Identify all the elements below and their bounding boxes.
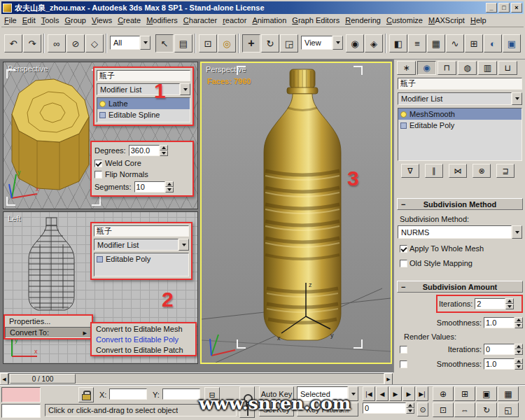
rollout-subdivision-amount[interactable]: − Subdivision Amount [397, 281, 523, 293]
spinner-down-icon[interactable] [514, 364, 523, 370]
time-right-arrow[interactable]: ▶ [384, 373, 393, 385]
maxscript-macro-recorder[interactable] [1, 387, 41, 402]
layer-manager-icon[interactable]: ▦ [427, 34, 445, 52]
dropdown-arrow-icon[interactable] [140, 36, 150, 50]
key-mode-toggle-icon[interactable]: ⊙ [417, 402, 428, 416]
degrees-spinner[interactable]: 360.0 [129, 145, 168, 156]
wireframe-bottle[interactable] [19, 216, 83, 320]
min-max-toggle-icon[interactable]: ◱ [498, 402, 519, 417]
viewport-center-active[interactable]: Perspective Faces: 7960 [200, 62, 392, 364]
remove-modifier-icon[interactable]: ⊗ [472, 164, 491, 178]
rect-selection-region-icon[interactable]: ⊡ [199, 34, 217, 52]
render-iterations-checkbox[interactable] [400, 346, 407, 354]
close-button[interactable]: × [511, 3, 522, 13]
modifier-bulb-icon[interactable] [99, 101, 106, 107]
time-slider-handle[interactable]: 0 / 100 [10, 374, 76, 384]
modifier-list-dropdown[interactable]: Modifier List [398, 92, 522, 105]
spinner-down-icon[interactable] [514, 349, 523, 355]
play-icon[interactable]: ▶ [389, 386, 402, 401]
time-slider-track[interactable]: 0 / 100 [8, 373, 384, 384]
object-name-field[interactable]: 瓶子 [398, 78, 522, 90]
key-filters-button[interactable]: Key Filters... [297, 402, 358, 416]
bind-spacewarp-icon[interactable]: ◇ [85, 34, 104, 52]
dropdown-arrow-icon[interactable] [348, 386, 358, 401]
next-key-icon[interactable]: ▶ [402, 386, 415, 401]
spinner-up-icon[interactable] [160, 145, 168, 150]
menu-modifiers[interactable]: Modifiers [144, 15, 181, 26]
zoom-all-icon[interactable]: ⊞ [454, 386, 475, 401]
menu-create[interactable]: Create [115, 15, 144, 26]
mirror-icon[interactable]: ◧ [389, 34, 407, 52]
spinner-down-icon[interactable] [505, 304, 514, 309]
zoom-region-icon[interactable]: ⊡ [433, 402, 454, 417]
arc-rotate-icon[interactable]: ↻ [476, 402, 497, 417]
window-crossing-icon[interactable]: ◎ [218, 34, 236, 52]
curve-editor-icon[interactable]: ∿ [446, 34, 464, 52]
render-scene-icon[interactable]: ▣ [503, 34, 521, 52]
select-and-rotate-icon[interactable]: ↻ [261, 34, 279, 52]
submenu-item-editable-mesh[interactable]: Convert to Editable Mesh [92, 323, 195, 334]
iterations-value[interactable]: 2 [475, 298, 505, 309]
object-name-field[interactable]: 瓶子 [97, 70, 190, 81]
smoothness-spinner[interactable]: 1.0 [484, 317, 523, 328]
context-item-convert-to[interactable]: Convert To: ▸ [5, 327, 92, 338]
render-iterations-value[interactable]: 0 [484, 344, 514, 355]
tab-utilities-icon[interactable]: ⊔ [498, 61, 517, 75]
tab-display-icon[interactable]: ▥ [478, 61, 497, 75]
tab-hierarchy-icon[interactable]: ⊓ [438, 61, 456, 75]
render-smoothness-checkbox[interactable] [400, 360, 407, 368]
flip-normals-checkbox[interactable] [94, 171, 102, 178]
submenu-item-editable-poly[interactable]: Convert to Editable Poly [92, 334, 195, 344]
tab-modify-icon[interactable]: ◉ [417, 61, 436, 75]
smoothness-value[interactable]: 1.0 [484, 317, 514, 328]
show-end-result-icon[interactable]: ∥ [425, 164, 443, 178]
pan-icon[interactable]: ⇔ [454, 402, 475, 417]
menu-maxscript[interactable]: MAXScript [426, 15, 468, 26]
modifier-bulb-icon[interactable] [400, 111, 407, 118]
transform-type-in-icon[interactable]: ⊟ [204, 387, 220, 402]
menu-file[interactable]: File [1, 15, 20, 26]
redo-icon[interactable]: ↷ [23, 34, 41, 52]
maximize-button[interactable]: □ [498, 3, 510, 13]
modifier-list-dropdown[interactable]: Modifier List [94, 239, 189, 251]
spinner-down-icon[interactable] [165, 187, 174, 192]
render-smoothness-value[interactable]: 1.0 [484, 358, 514, 370]
iterations-spinner[interactable]: 2 [475, 298, 514, 309]
degrees-value[interactable]: 360.0 [129, 145, 160, 156]
zoom-extents-icon[interactable]: ▣ [476, 386, 497, 401]
stack-item-lathe[interactable]: Lathe [97, 98, 190, 109]
submenu-item-editable-patch[interactable]: Convert to Editable Patch [92, 344, 195, 355]
set-keys-button[interactable] [239, 386, 255, 418]
menu-tools[interactable]: Tools [38, 15, 62, 26]
spinner-up-icon[interactable] [406, 402, 414, 408]
undo-icon[interactable]: ↶ [4, 34, 22, 52]
spinner-up-icon[interactable] [514, 358, 523, 364]
render-iterations-spinner[interactable]: 0 [484, 344, 523, 355]
menu-graph-editors[interactable]: Graph Editors [289, 15, 342, 26]
reference-coordinate-dropdown[interactable]: View [301, 36, 343, 50]
select-and-move-icon[interactable]: + [242, 34, 260, 52]
x-coordinate-field[interactable] [109, 388, 147, 400]
apply-to-whole-mesh-checkbox[interactable] [400, 245, 407, 253]
current-time-value[interactable]: 0 [363, 402, 406, 414]
menu-edit[interactable]: Edit [20, 15, 38, 26]
modifier-list-dropdown[interactable]: Modifier List [97, 83, 190, 95]
align-icon[interactable]: ≡ [408, 34, 426, 52]
spinner-up-icon[interactable] [514, 317, 523, 323]
select-link-icon[interactable]: ∞ [48, 34, 66, 52]
viewport-left[interactable]: Left x y 瓶子 Modifier List [3, 211, 198, 364]
minimize-button[interactable]: _ [486, 3, 497, 13]
transform-gizmo[interactable]: z x y [274, 277, 337, 344]
dropdown-arrow-icon[interactable] [180, 83, 190, 95]
nurms-dropdown[interactable]: NURMS [398, 225, 522, 239]
spinner-down-icon[interactable] [514, 323, 523, 328]
auto-key-button[interactable]: Auto Key [259, 386, 294, 401]
context-item-properties[interactable]: Properties... [5, 316, 92, 327]
spinner-down-icon[interactable] [406, 408, 414, 414]
pin-stack-icon[interactable]: ∇ [401, 164, 419, 178]
spinner-up-icon[interactable] [165, 181, 174, 187]
render-smoothness-spinner[interactable]: 1.0 [484, 358, 523, 370]
stack-item-editable-poly[interactable]: Editable Poly [398, 120, 522, 131]
rollout-subdivision-method[interactable]: − Subdivision Method [397, 198, 523, 210]
weld-core-checkbox[interactable] [94, 160, 102, 167]
